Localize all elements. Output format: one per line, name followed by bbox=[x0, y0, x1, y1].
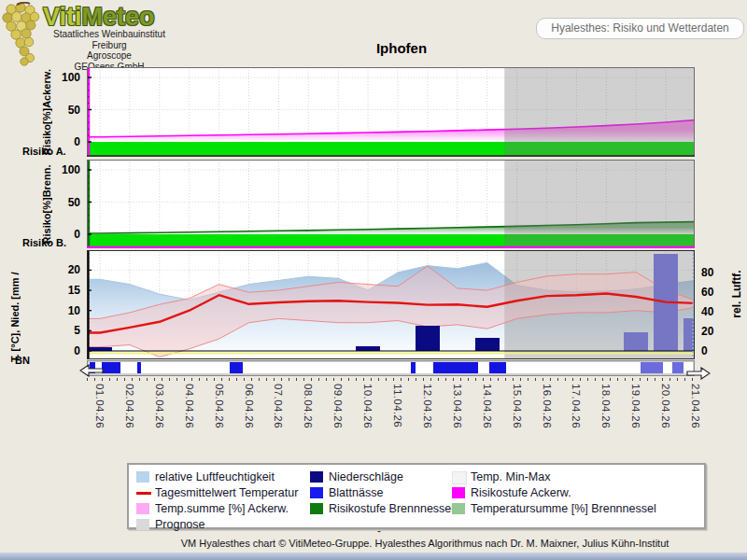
date-label: 09.04.26 bbox=[332, 384, 344, 428]
legend-label: Blattnässe bbox=[329, 486, 383, 499]
legend-swatch bbox=[136, 471, 149, 483]
date-label: 12.04.26 bbox=[422, 384, 433, 428]
legend: relative LuftfeuchtigkeitTagesmittelwert… bbox=[127, 463, 706, 529]
ackerwinde-plot bbox=[87, 67, 695, 157]
legend-label: relative Luftfeuchtigkeit bbox=[155, 470, 275, 483]
legend-swatch bbox=[310, 487, 323, 498]
tick-label: 0 bbox=[54, 135, 80, 148]
scroll-left-icon[interactable] bbox=[79, 364, 104, 377]
legend-swatch bbox=[310, 471, 323, 483]
date-label: 08.04.26 bbox=[303, 384, 314, 428]
time-minor-ticks bbox=[87, 378, 695, 381]
legend-label: Temp. Min-Max bbox=[471, 470, 550, 483]
tick-label: 0 bbox=[701, 344, 729, 357]
weather-plot bbox=[87, 250, 695, 359]
legend-label: Risikostufe Ackerw. bbox=[471, 486, 571, 499]
logo-viti: Viti bbox=[43, 3, 82, 31]
leaf-wetness-period bbox=[230, 362, 243, 373]
date-label: 10.04.26 bbox=[362, 384, 374, 428]
date-label: 17.04.26 bbox=[571, 384, 582, 428]
window-bottom-edge bbox=[0, 553, 747, 560]
legend-label: Tagesmittelwert Temperatur bbox=[155, 486, 298, 499]
tick-label: 100 bbox=[54, 163, 80, 176]
legend-swatch bbox=[452, 503, 465, 514]
leaf-wetness-period bbox=[641, 362, 663, 373]
date-label: 02.04.26 bbox=[124, 384, 135, 428]
page-title: Iphofen bbox=[98, 40, 705, 56]
brennnessel-y-axis-label: Risiko[%]Brenn. bbox=[41, 161, 52, 247]
leaf-wetness-period bbox=[411, 362, 416, 373]
legend-swatch bbox=[452, 471, 467, 484]
date-label: 14.04.26 bbox=[482, 384, 493, 428]
date-label: 21.04.26 bbox=[690, 384, 701, 428]
tick-label: 0 bbox=[54, 228, 80, 241]
date-label: 18.04.26 bbox=[600, 384, 612, 428]
date-label: 05.04.26 bbox=[214, 384, 225, 428]
humidity-axis-label: rel. Luftf. bbox=[730, 254, 743, 334]
leaf-wetness-period bbox=[672, 362, 684, 373]
tick-label: 15 bbox=[54, 284, 80, 297]
weather-y-axis-label: T. [°C], Nied. [mm / bbox=[9, 177, 21, 362]
tick-label: 20 bbox=[54, 263, 80, 276]
weather-panel bbox=[87, 250, 695, 359]
legend-swatch bbox=[452, 487, 465, 498]
tick-label: 50 bbox=[54, 196, 80, 209]
leaf-wetness-strip bbox=[87, 360, 695, 376]
date-label: 15.04.26 bbox=[512, 384, 523, 428]
legend-label: Temperatursumme [%] Brennnessel bbox=[471, 502, 656, 515]
tick-label: 80 bbox=[701, 266, 729, 279]
tick-label: 50 bbox=[54, 104, 80, 117]
leaf-wetness-period bbox=[137, 362, 140, 373]
legend-label: Niederschläge bbox=[329, 470, 403, 483]
date-label: 06.04.26 bbox=[244, 384, 255, 428]
legend-swatch bbox=[310, 503, 323, 514]
ackerwinde-y-axis-label: Risiko[%]Ackerw. bbox=[41, 68, 52, 156]
date-label: 04.04.26 bbox=[184, 384, 195, 428]
tick-label: 100 bbox=[54, 71, 80, 84]
legend-swatch bbox=[136, 503, 149, 514]
legend-label: Risikostufe Brennnessel bbox=[329, 502, 454, 515]
footer-credit: VM Hyalesthes chart © VitiMeteo-Gruppe. … bbox=[103, 538, 747, 549]
date-label: 20.04.26 bbox=[660, 384, 671, 428]
leaf-wetness-period bbox=[102, 362, 120, 373]
date-label: 01.04.26 bbox=[94, 384, 106, 428]
legend-swatch bbox=[136, 519, 149, 530]
legend-label: Prognose bbox=[155, 518, 205, 531]
hyalesthes-view-button[interactable]: Hyalesthes: Risiko und Wetterdaten bbox=[536, 18, 744, 39]
tick-label: 0 bbox=[54, 344, 80, 357]
vitimeteo-app: VitiMeteo Staatliches Weinbauinstitut Fr… bbox=[0, 0, 747, 560]
date-label: 16.04.26 bbox=[542, 384, 553, 428]
date-label: 19.04.26 bbox=[630, 384, 641, 428]
legend-swatch bbox=[136, 492, 151, 495]
tick-label: 40 bbox=[701, 305, 729, 318]
tick-label: 60 bbox=[701, 286, 729, 299]
ackerwinde-risk-panel bbox=[87, 67, 695, 157]
date-label: 07.04.26 bbox=[273, 384, 284, 428]
tick-label: 10 bbox=[54, 304, 80, 317]
brennnessel-risk-panel bbox=[87, 160, 695, 248]
date-label: 11.04.26 bbox=[392, 384, 403, 427]
tick-label: 5 bbox=[54, 324, 80, 337]
brennnessel-plot bbox=[87, 160, 695, 248]
bn-axis-label: BN bbox=[15, 355, 30, 366]
tick-label: 20 bbox=[701, 325, 729, 338]
legend-label: Temp.summe [%] Ackerw. bbox=[155, 502, 289, 515]
leaf-wetness-period bbox=[433, 362, 478, 373]
date-label: 03.04.26 bbox=[154, 384, 165, 428]
date-label: 13.04.26 bbox=[452, 384, 463, 428]
logo-meteo: Meteo bbox=[82, 3, 155, 31]
footer-dash: - bbox=[377, 525, 381, 538]
leaf-wetness-period bbox=[489, 362, 506, 373]
leaf-wetness-track bbox=[89, 362, 693, 373]
logo-wordmark: VitiMeteo bbox=[43, 3, 155, 32]
